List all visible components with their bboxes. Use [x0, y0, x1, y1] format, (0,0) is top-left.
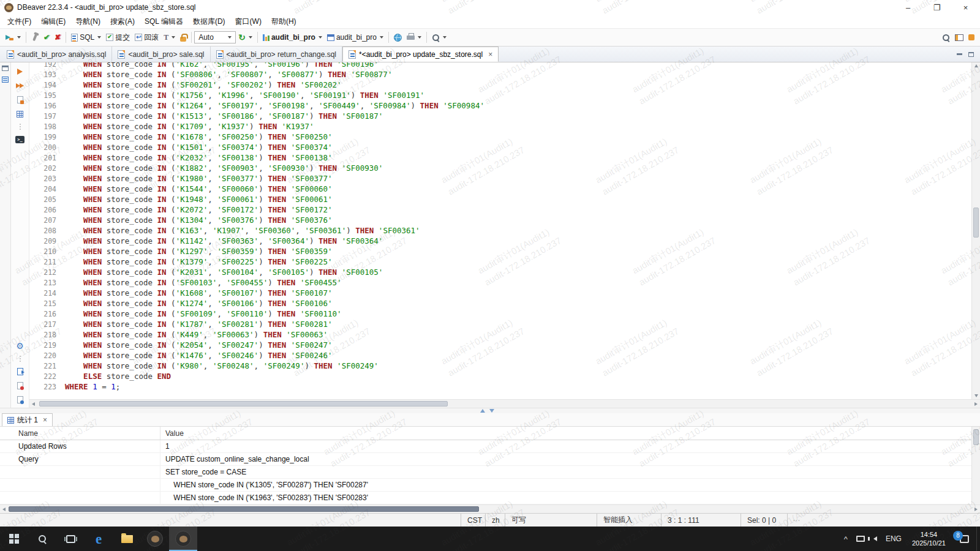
code-line[interactable]: 209 WHEN store_code IN ('K1142', 'SF0036…	[29, 236, 970, 246]
scroll-right-arrow[interactable]	[974, 508, 978, 511]
script-info-button[interactable]	[17, 395, 23, 404]
column-header-name[interactable]: Name	[0, 427, 160, 440]
file-explorer-button[interactable]	[113, 527, 141, 551]
editor-results-sash[interactable]	[0, 408, 980, 413]
start-button[interactable]	[0, 527, 28, 551]
tab-update-sbz-store-sql[interactable]: *<audit_bi_pro> update_sbz_store.sql ×	[342, 47, 499, 62]
settings-button[interactable]: ⚙	[16, 342, 24, 350]
code-line[interactable]: 193 WHEN store_code IN ('SF00806', 'SF00…	[29, 69, 970, 80]
language-indicator[interactable]: ENG	[881, 527, 906, 551]
code-line[interactable]: 223WHERE 1 = 1;	[29, 381, 970, 392]
taskbar-search-button[interactable]	[28, 527, 56, 551]
show-results-button[interactable]	[17, 110, 23, 118]
code-line[interactable]: 221 WHEN store_code IN ('K980', 'SF00248…	[29, 361, 970, 371]
code-line[interactable]: 217 WHEN store_code IN ('K1787', 'SF0028…	[29, 319, 970, 329]
code-line[interactable]: 198 WHEN store_code IN ('K1709', 'K1937'…	[29, 121, 970, 132]
sql-dialect-dropdown[interactable]: SQL	[69, 30, 104, 45]
scroll-left-arrow[interactable]	[32, 402, 35, 406]
code-line[interactable]: 201 WHEN store_code IN ('K2032', 'SF0013…	[29, 152, 970, 163]
commit-mode-combo[interactable]: Auto	[194, 31, 236, 43]
transaction-log-dropdown[interactable]: T	[161, 30, 178, 45]
menu-window[interactable]: 窗口(W)	[230, 15, 266, 28]
execute-statement-button[interactable]	[17, 67, 23, 76]
code-line[interactable]: 204 WHEN store_code IN ('K1544', 'SF0006…	[29, 184, 970, 194]
display-tray-button[interactable]	[852, 527, 869, 551]
code-line[interactable]: 199 WHEN store_code IN ('K1678', 'SF0025…	[29, 132, 970, 142]
table-row[interactable]: Query UPDATE custom_online_sale_change_l…	[0, 453, 980, 466]
maximize-button[interactable]: ❐	[922, 0, 951, 15]
menu-database[interactable]: 数据库(D)	[188, 15, 230, 28]
code-line[interactable]: 222 ELSE store_code END	[29, 371, 970, 381]
code-line[interactable]: 206 WHEN store_code IN ('K2072', 'SF0017…	[29, 204, 970, 215]
code-line[interactable]: 202 WHEN store_code IN ('K1882', 'SF0090…	[29, 163, 970, 173]
results-vertical-scrollbar[interactable]	[971, 427, 980, 504]
sql-editor[interactable]: 192 WHEN store_code IN ('K162', 'SF00195…	[29, 62, 980, 399]
sash-down-icon[interactable]	[489, 409, 494, 413]
scroll-left-arrow[interactable]	[2, 508, 6, 511]
explain-plan-button[interactable]	[17, 96, 23, 104]
table-row[interactable]: WHEN store_code IN ('K1305', 'SF00287') …	[0, 479, 980, 492]
menu-edit[interactable]: 编辑(E)	[36, 15, 70, 28]
code-line[interactable]: 200 WHEN store_code IN ('K1501', 'SF0037…	[29, 142, 970, 152]
results-horizontal-scrollbar[interactable]	[0, 504, 980, 513]
minimize-view-icon[interactable]	[957, 53, 962, 55]
hidden-icons-button[interactable]: ^	[840, 527, 852, 551]
code-line[interactable]: 207 WHEN store_code IN ('K1304', 'SF0037…	[29, 215, 970, 225]
scroll-up-arrow[interactable]	[974, 64, 978, 67]
tab-statistics[interactable]: 统计 1 ×	[2, 413, 53, 426]
code-line[interactable]: 196 WHEN store_code IN ('K1264', 'SF0019…	[29, 100, 970, 111]
code-line[interactable]: 220 WHEN store_code IN ('K1476', 'SF0024…	[29, 350, 970, 361]
open-sql-editor-button[interactable]	[3, 30, 23, 45]
editor-horizontal-scrollbar[interactable]	[29, 399, 980, 408]
save-report-button[interactable]	[17, 381, 23, 390]
perspective-button[interactable]	[952, 30, 966, 45]
sash-up-icon[interactable]	[480, 409, 485, 413]
code-line[interactable]: 210 WHEN store_code IN ('K1297', 'SF0035…	[29, 246, 970, 257]
print-button[interactable]	[404, 30, 424, 45]
column-header-value[interactable]: Value	[160, 427, 980, 440]
menu-navigate[interactable]: 导航(N)	[70, 15, 105, 28]
action-center-button[interactable]: 8	[952, 527, 976, 551]
export-data-button[interactable]	[17, 367, 23, 376]
task-view-button[interactable]	[56, 527, 85, 551]
code-line[interactable]: 197 WHEN store_code IN ('K1513', 'SF0018…	[29, 111, 970, 121]
code-line[interactable]: 203 WHEN store_code IN ('K1980', 'SF0037…	[29, 173, 970, 184]
vertical-scroll-thumb[interactable]	[973, 208, 979, 238]
open-console-button[interactable]: >_	[15, 135, 24, 144]
rollback-button[interactable]: 回滚	[132, 30, 161, 45]
tab-analysis-sql[interactable]: <audit_bi_pro> analysis.sql	[1, 47, 112, 62]
code-line[interactable]: 194 WHEN store_code IN ('SF00201', 'SF00…	[29, 80, 970, 90]
menu-sql-editor[interactable]: SQL 编辑器	[140, 15, 188, 28]
results-tab-close-icon[interactable]: ×	[43, 416, 47, 424]
taskbar-clock[interactable]: 14:54 2025/10/21	[906, 527, 952, 551]
dbeaver-taskbar-button-1[interactable]	[141, 527, 169, 551]
horizontal-scroll-thumb[interactable]	[39, 401, 448, 407]
menu-search[interactable]: 搜索(A)	[105, 15, 140, 28]
menu-help[interactable]: 帮助(H)	[266, 15, 301, 28]
table-row[interactable]: SET store_code = CASE	[0, 466, 980, 479]
code-line[interactable]: 212 WHEN store_code IN ('K2031', 'SF0010…	[29, 267, 970, 277]
minimize-button[interactable]: –	[894, 0, 922, 15]
database-navigator-icon[interactable]	[2, 77, 9, 83]
code-line[interactable]: 216 WHEN store_code IN ('SF00109', 'SF00…	[29, 309, 970, 319]
volume-button[interactable]	[869, 527, 881, 551]
quick-search-button[interactable]	[940, 30, 952, 45]
database-selector[interactable]: audit_bi_pro	[260, 30, 325, 45]
show-desktop-button[interactable]	[976, 527, 980, 551]
code-line[interactable]: 218 WHEN store_code IN ('K449', 'SF00063…	[29, 329, 970, 340]
close-button[interactable]: ×	[951, 0, 980, 15]
dbeaver-taskbar-button-2[interactable]	[169, 527, 197, 551]
code-line[interactable]: 195 WHEN store_code IN ('K1756', 'K1996'…	[29, 90, 970, 100]
tab-sale-sql[interactable]: <audit_bi_pro> sale.sql	[112, 47, 210, 62]
lock-button[interactable]	[178, 30, 189, 45]
maximize-view-icon[interactable]	[968, 52, 974, 57]
docked-panel-button[interactable]	[966, 30, 977, 45]
edge-browser-button[interactable]: e	[85, 527, 113, 551]
code-line[interactable]: 208 WHEN store_code IN ('K163', 'K1907',…	[29, 225, 970, 236]
horizontal-scroll-thumb[interactable]	[9, 506, 479, 512]
scroll-down-arrow[interactable]	[974, 394, 978, 397]
code-line[interactable]: 215 WHEN store_code IN ('K1274', 'SF0010…	[29, 298, 970, 309]
schema-selector[interactable]: audit_bi_pro	[325, 30, 386, 45]
table-row[interactable]: WHEN store_code IN ('K1963', 'SF00283') …	[0, 492, 980, 504]
network-button[interactable]	[391, 30, 404, 45]
